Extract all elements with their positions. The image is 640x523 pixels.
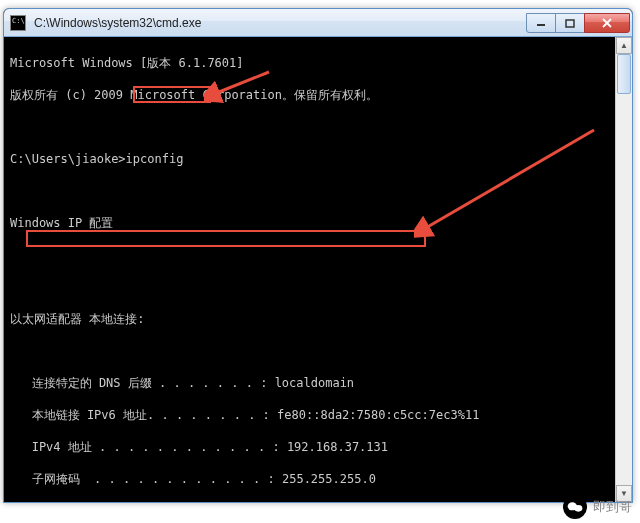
watermark: 即到哥 xyxy=(563,495,632,519)
window-title: C:\Windows\system32\cmd.exe xyxy=(32,16,527,30)
adapter1-ipv6-ll: 本地链接 IPv6 地址. . . . . . . . : fe80::8da2… xyxy=(10,407,632,423)
blank xyxy=(10,183,632,199)
prompt-line-1: C:\Users\jiaoke>ipconfig xyxy=(10,151,632,167)
blank xyxy=(10,343,632,359)
watermark-text: 即到哥 xyxy=(593,498,632,516)
blank xyxy=(10,247,632,263)
maximize-button[interactable] xyxy=(555,13,585,33)
blank xyxy=(10,279,632,295)
prompt-command: ipconfig xyxy=(126,152,184,166)
svg-rect-1 xyxy=(566,20,574,27)
titlebar[interactable]: C:\Windows\system32\cmd.exe xyxy=(4,9,632,37)
minimize-icon xyxy=(536,18,546,28)
terminal-output[interactable]: Microsoft Windows [版本 6.1.7601] 版权所有 (c)… xyxy=(4,37,632,502)
wechat-icon xyxy=(563,495,587,519)
close-button[interactable] xyxy=(584,13,630,33)
adapter1-ipv4: IPv4 地址 . . . . . . . . . . . . : 192.16… xyxy=(10,439,632,455)
cmd-icon xyxy=(10,15,26,31)
window-controls xyxy=(527,13,630,33)
adapter1-mask: 子网掩码 . . . . . . . . . . . . : 255.255.2… xyxy=(10,471,632,487)
prompt-prefix: C:\Users\jiaoke> xyxy=(10,152,126,166)
adapter1-title: 以太网适配器 本地连接: xyxy=(10,311,632,327)
cmd-window: C:\Windows\system32\cmd.exe Microsoft Wi… xyxy=(3,8,633,503)
scrollbar[interactable]: ▲ ▼ xyxy=(615,37,632,502)
adapter1-dns-suffix: 连接特定的 DNS 后缀 . . . . . . . : localdomain xyxy=(10,375,632,391)
scroll-thumb[interactable] xyxy=(617,54,631,94)
svg-point-7 xyxy=(574,505,582,512)
header-line-1: Microsoft Windows [版本 6.1.7601] xyxy=(10,55,632,71)
maximize-icon xyxy=(565,18,575,28)
minimize-button[interactable] xyxy=(526,13,556,33)
header-line-2: 版权所有 (c) 2009 Microsoft Corporation。保留所有… xyxy=(10,87,632,103)
close-icon xyxy=(601,18,613,28)
ipconfig-title: Windows IP 配置 xyxy=(10,215,632,231)
scroll-up-button[interactable]: ▲ xyxy=(616,37,632,54)
blank xyxy=(10,119,632,135)
